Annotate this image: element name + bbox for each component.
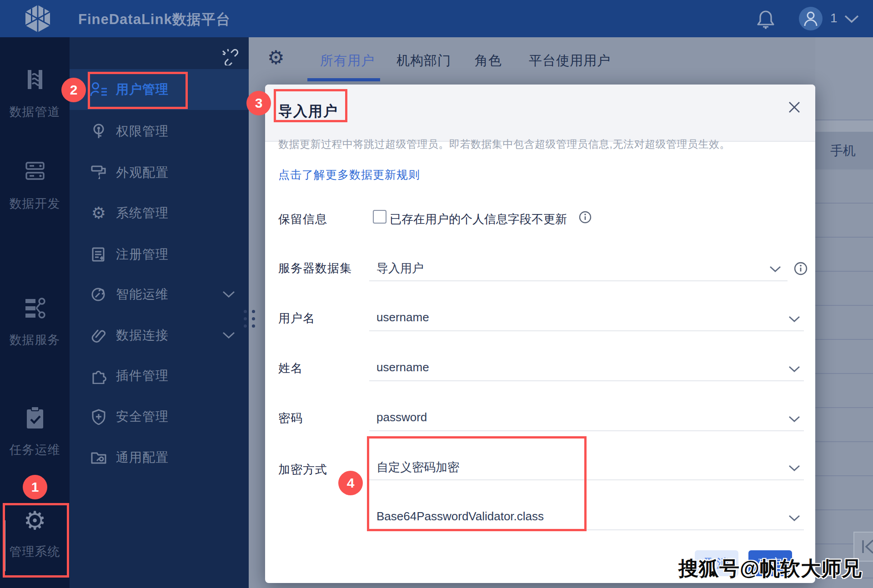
server-dataset-label: 服务器数据集 [278, 260, 352, 276]
nav-item-task-ops[interactable]: 任务运维 [0, 405, 70, 458]
dropdown-chevron-icon[interactable] [788, 415, 801, 423]
tab-roles[interactable]: 角色 [475, 52, 502, 70]
menu-item-data-connection[interactable]: 数据连接 [70, 315, 249, 356]
user-badge-count: 1 [830, 11, 838, 25]
annotation-step-4: 4 [338, 471, 363, 495]
annotation-box-encryption [367, 436, 587, 531]
menu-item-system[interactable]: ⚙ 系统管理 [70, 193, 249, 234]
nav-item-label: 数据管道 [0, 104, 70, 120]
field-underline [369, 280, 788, 281]
annotation-step-1: 1 [23, 475, 47, 499]
name-label: 姓名 [278, 360, 303, 376]
chevron-down-icon[interactable] [844, 15, 859, 24]
app-title: FineDataLink数据平台 [78, 10, 231, 29]
table-band [815, 120, 873, 132]
menu-item-label: 数据连接 [116, 327, 169, 344]
active-tab-underline [307, 78, 380, 81]
table-rows-dimmed [815, 169, 873, 588]
table-toolbar-dimmed [815, 37, 873, 120]
menu-item-label: 智能运维 [116, 286, 169, 303]
folder-config-icon [90, 449, 108, 466]
server-dataset-value[interactable]: 导入用户 [376, 260, 424, 276]
field-underline [369, 380, 804, 381]
info-icon[interactable] [579, 211, 592, 224]
modal-header [265, 85, 815, 142]
annotation-box-admin-system [3, 503, 69, 578]
menu-item-security[interactable]: 安全管理 [70, 396, 249, 437]
dropdown-chevron-icon[interactable] [788, 365, 801, 373]
menu-item-label: 权限管理 [116, 123, 169, 140]
info-icon[interactable] [794, 262, 808, 275]
close-icon[interactable] [783, 96, 805, 118]
column-header-label: 手机 [830, 142, 856, 159]
gear-icon: ⚙ [90, 205, 108, 221]
menu-item-appearance[interactable]: 外观配置 [70, 152, 249, 193]
nav-item-label: 数据开发 [0, 195, 70, 212]
dropdown-chevron-icon[interactable] [788, 315, 801, 323]
field-underline [369, 430, 804, 431]
user-avatar[interactable] [799, 7, 823, 30]
menu-item-label: 注册管理 [116, 246, 169, 263]
field-underline [369, 330, 804, 331]
annotation-box-user-management [88, 72, 188, 109]
username-value[interactable]: username [376, 310, 429, 324]
menu-item-plugin[interactable]: 插件管理 [70, 355, 249, 396]
register-doc-icon [90, 246, 108, 263]
modal-description: 数据更新过程中将跳过超级管理员。即若数据集中包含超级管理员信息,无法对超级管理员… [278, 137, 806, 151]
app-logo-icon [24, 4, 52, 33]
chevron-down-icon[interactable] [222, 331, 236, 339]
update-rules-link[interactable]: 点击了解更多数据更新规则 [278, 167, 420, 182]
menu-item-label: 安全管理 [116, 408, 169, 425]
screen: FineDataLink数据平台 1 数据管道 [0, 0, 873, 588]
dropdown-chevron-icon[interactable] [769, 265, 782, 273]
menu-item-label: 通用配置 [116, 449, 169, 466]
tab-platform-users[interactable]: 平台使用用户 [529, 52, 611, 70]
first-page-icon [858, 538, 873, 556]
username-label: 用户名 [278, 310, 315, 326]
nav-item-data-pipeline[interactable]: 数据管道 [0, 67, 70, 120]
nav-item-label: 数据服务 [0, 332, 70, 348]
keep-info-label: 保留信息 [278, 211, 327, 227]
tab-settings-gear-icon[interactable]: ⚙ [267, 48, 285, 67]
name-value[interactable]: username [376, 360, 429, 374]
sidebar-resize-handle[interactable] [244, 310, 255, 328]
puzzle-icon [90, 368, 108, 384]
nav-item-data-dev[interactable]: 数据开发 [0, 159, 70, 212]
top-header: FineDataLink数据平台 1 [0, 0, 873, 37]
password-value[interactable]: password [376, 410, 427, 424]
person-icon [803, 10, 819, 27]
chevron-down-icon[interactable] [222, 290, 236, 299]
menu-item-common-config[interactable]: 通用配置 [70, 437, 249, 478]
menu-item-intelligent-ops[interactable]: 智能运维 [70, 274, 249, 315]
annotation-step-3: 3 [246, 91, 271, 115]
task-ops-icon [23, 405, 47, 431]
paint-roller-icon [90, 164, 108, 181]
menu-item-label: 插件管理 [116, 367, 169, 384]
watermark-text: 搜狐号@帆软大师兄 [678, 555, 869, 582]
dropdown-chevron-icon[interactable] [788, 514, 801, 522]
notification-bell-icon[interactable] [756, 8, 776, 30]
menu-item-label: 系统管理 [116, 204, 169, 222]
menu-item-permission[interactable]: 权限管理 [70, 111, 249, 152]
data-dev-icon [23, 159, 47, 184]
wrench-circle-icon [90, 286, 108, 303]
tab-org-department[interactable]: 机构部门 [396, 52, 451, 70]
data-pipeline-icon [23, 67, 47, 92]
data-service-icon [23, 295, 47, 321]
paperclip-icon [90, 327, 108, 344]
collapse-sidebar-icon[interactable] [222, 48, 239, 65]
annotation-step-2: 2 [61, 78, 86, 102]
menu-item-label: 外观配置 [116, 164, 169, 181]
password-label: 密码 [278, 410, 303, 426]
keep-info-checkbox-label[interactable]: 已存在用户的个人信息字段不更新 [390, 211, 567, 227]
table-header-mobile-column: 手机 [815, 132, 873, 169]
nav-item-data-service[interactable]: 数据服务 [0, 295, 70, 348]
encryption-label: 加密方式 [278, 462, 327, 478]
keep-info-checkbox[interactable] [373, 210, 386, 224]
nav-item-label: 任务运维 [0, 442, 70, 458]
menu-item-register[interactable]: 注册管理 [70, 234, 249, 275]
dropdown-chevron-icon[interactable] [788, 464, 801, 472]
annotation-box-import-user [274, 89, 347, 122]
key-icon [90, 123, 108, 140]
tab-all-users[interactable]: 所有用户 [320, 52, 375, 70]
